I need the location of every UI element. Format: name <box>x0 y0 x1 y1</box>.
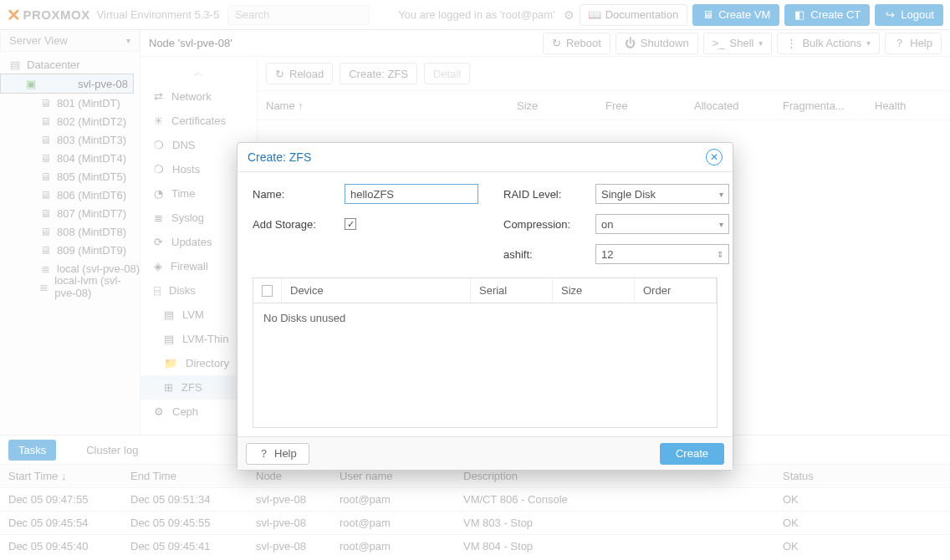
nodemenu-certificates[interactable]: ✳Certificates <box>140 109 257 133</box>
tree-vm[interactable]: 🖥809 (MintDT9) <box>0 241 140 259</box>
compression-value: on <box>601 218 613 231</box>
reload-button[interactable]: ↻Reload <box>266 63 333 84</box>
tree-label: 803 (MintDT3) <box>57 134 126 146</box>
tree-vm[interactable]: 🖥804 (MintDT4) <box>0 149 140 167</box>
monitor-icon: 🖥 <box>38 244 52 257</box>
add-storage-checkbox[interactable]: ✓ <box>345 218 356 230</box>
create-zfs-label: Create: ZFS <box>349 68 408 80</box>
log-row[interactable]: Dec 05 09:45:40Dec 05 09:45:41svl-pve-08… <box>0 534 950 557</box>
dialog-title: Create: ZFS <box>248 150 311 164</box>
menu-label: Disks <box>169 284 196 297</box>
version-text: Virtual Environment 5.3-5 <box>97 8 219 21</box>
tree-storage[interactable]: ≣local-lvm (svl-pve-08) <box>0 277 140 296</box>
close-button[interactable]: ✕ <box>706 149 723 165</box>
bulk-actions-button[interactable]: ⋮Bulk Actions▾ <box>777 33 880 54</box>
col-order[interactable]: Order <box>635 278 717 303</box>
monitor-icon: 🖥 <box>38 189 52 201</box>
tab-tasks[interactable]: Tasks <box>8 440 56 461</box>
tree-vm[interactable]: 🖥802 (MintDT2) <box>0 112 140 130</box>
tree-vm[interactable]: 🖥808 (MintDT8) <box>0 222 140 241</box>
grid-col[interactable]: Allocated <box>694 99 774 112</box>
col-desc[interactable]: Description <box>463 470 783 482</box>
tree-vm[interactable]: 🖥805 (MintDT5) <box>0 167 140 186</box>
col-node[interactable]: Node <box>256 470 340 482</box>
monitor-icon: 🖥 <box>38 152 52 165</box>
documentation-button[interactable]: 📖Documentation <box>580 4 687 26</box>
name-input[interactable] <box>345 184 478 204</box>
chevron-down-icon: ▾ <box>719 220 723 229</box>
col-status[interactable]: Status <box>783 470 942 482</box>
chevron-up-icon: ︿ <box>193 65 204 80</box>
logout-label: Logout <box>901 8 934 21</box>
log-user: root@pam <box>340 540 463 552</box>
bulk-label: Bulk Actions <box>802 37 861 49</box>
grid-col[interactable]: Fragmenta... <box>783 99 866 112</box>
tree-label: svl-pve-08 <box>78 78 128 90</box>
tree-node[interactable]: ▣svl-pve-08 <box>0 74 134 94</box>
select-all-checkbox[interactable] <box>262 285 273 297</box>
menu-icon: ◔ <box>154 187 163 200</box>
grid-col[interactable]: Size <box>517 99 597 112</box>
tree-datacenter[interactable]: ▤Datacenter <box>0 55 140 74</box>
server-view-select[interactable]: Server View▾ <box>0 30 140 52</box>
logout-button[interactable]: ↪Logout <box>875 4 943 26</box>
tree-vm[interactable]: 🖥801 (MintDT) <box>0 94 140 112</box>
shell-button[interactable]: >_Shell▾ <box>703 33 773 54</box>
sort-down-icon: ↓ <box>61 470 67 482</box>
gear-icon[interactable]: ⚙ <box>564 8 575 22</box>
ashift-spinner[interactable]: 12⇕ <box>595 244 729 264</box>
label-raid: RAID Level: <box>503 188 595 201</box>
dialog-help-button[interactable]: ？Help <box>246 443 309 465</box>
grid-col[interactable]: Name ↑ <box>266 99 508 112</box>
chevron-down-icon: ▾ <box>126 36 130 45</box>
compression-select[interactable]: on▾ <box>595 214 729 234</box>
tab-cluster-log[interactable]: Cluster log <box>76 440 148 461</box>
log-start: Dec 05 09:47:55 <box>8 493 130 506</box>
log-user: root@pam <box>340 517 463 529</box>
help-icon: ？ <box>894 36 905 51</box>
book-icon: 📖 <box>589 9 600 21</box>
dialog-create-button[interactable]: Create <box>660 443 724 465</box>
menu-icon: ≣ <box>154 211 163 224</box>
menu-icon: ❍ <box>154 163 164 176</box>
col-serial[interactable]: Serial <box>471 278 553 303</box>
log-status: OK <box>783 517 942 529</box>
nodemenu-network[interactable]: ⇄Network <box>140 84 257 109</box>
tree-label: local (svl-pve-08) <box>57 262 140 275</box>
col-start[interactable]: Start Time <box>8 470 58 482</box>
log-row[interactable]: Dec 05 09:45:54Dec 05 09:45:55svl-pve-08… <box>0 511 950 534</box>
reboot-button[interactable]: ↻Reboot <box>543 33 610 54</box>
help-button[interactable]: ？Help <box>885 33 942 54</box>
col-user[interactable]: User name <box>340 470 463 482</box>
log-row[interactable]: Dec 05 09:47:55Dec 05 09:51:34svl-pve-08… <box>0 487 950 511</box>
grid-col[interactable]: Free <box>605 99 686 112</box>
monitor-icon: 🖥 <box>38 171 52 183</box>
menu-label: Hosts <box>172 163 200 176</box>
detail-button[interactable]: Detail <box>424 63 470 84</box>
create-ct-button[interactable]: ◧Create CT <box>784 4 870 26</box>
tree-label: Datacenter <box>27 59 80 71</box>
breadcrumb: Node 'svl-pve-08' <box>149 37 232 49</box>
tree-vm[interactable]: 🖥803 (MintDT3) <box>0 130 140 149</box>
create-vm-button[interactable]: 🖥Create VM <box>692 4 779 26</box>
chevron-down-icon: ▾ <box>758 38 763 48</box>
menu-label: Directory <box>186 357 229 369</box>
menu-icon: ❍ <box>154 139 164 151</box>
collapse-arrow[interactable]: ︿ <box>140 60 257 84</box>
search-input[interactable]: Search <box>227 5 370 25</box>
tree-vm[interactable]: 🖥807 (MintDT7) <box>0 204 140 222</box>
label-name: Name: <box>253 188 345 201</box>
tree-vm[interactable]: 🖥806 (MintDT6) <box>0 186 140 204</box>
raid-level-select[interactable]: Single Disk▾ <box>595 184 729 204</box>
col-size[interactable]: Size <box>553 278 635 303</box>
log-node: svl-pve-08 <box>256 540 340 552</box>
cube-icon: ◧ <box>794 9 805 21</box>
col-device[interactable]: Device <box>282 278 471 303</box>
label-compression: Compression: <box>503 218 595 231</box>
create-zfs-button[interactable]: Create: ZFS <box>340 63 417 84</box>
shutdown-button[interactable]: ⏻Shutdown <box>615 33 698 54</box>
col-end[interactable]: End Time <box>130 470 256 482</box>
grid-col[interactable]: Health <box>875 99 942 112</box>
menu-label: Network <box>171 90 212 103</box>
server-icon: ▤ <box>8 59 22 71</box>
